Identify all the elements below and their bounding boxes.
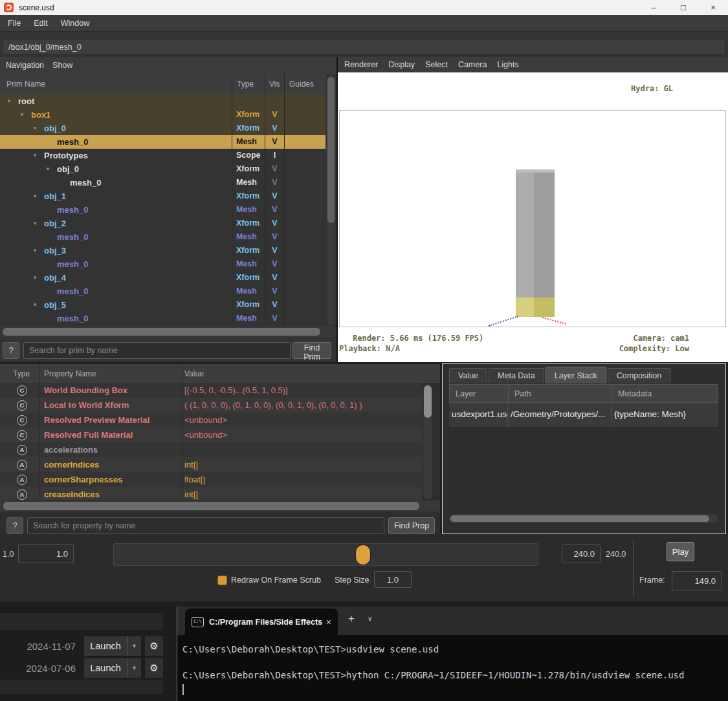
prim-vis-toggle[interactable]: V [265,314,284,323]
prim-row-mesh_0[interactable]: mesh_0MeshV [0,135,325,149]
prim-row-mesh_0[interactable]: mesh_0MeshV [0,203,325,217]
range-end-input[interactable] [562,545,601,563]
dropdown-arrow-icon[interactable]: ▼ [127,658,141,678]
property-search-help-button[interactable]: ? [6,517,23,534]
tab-layer-stack[interactable]: Layer Stack [546,367,606,383]
prim-vis-toggle[interactable]: V [265,178,284,187]
prim-search-input[interactable] [23,342,291,359]
prim-row-box1[interactable]: ▼box1XformV [0,108,325,122]
viewport-menu-display[interactable]: Display [383,60,420,69]
tree-hscroll-thumb[interactable] [3,328,320,336]
expander-icon[interactable]: ▼ [45,166,50,172]
prim-search-help-button[interactable]: ? [3,342,19,359]
inspector-horizontal-scrollbar[interactable] [449,514,718,523]
launch-button[interactable]: Launch▼ [84,658,141,678]
close-button[interactable]: × [698,0,728,15]
property-vscroll-thumb[interactable] [424,385,432,418]
play-button[interactable]: Play [667,542,694,561]
inspector-hscroll-thumb[interactable] [450,515,709,522]
prim-vis-toggle[interactable]: V [265,137,284,146]
property-vertical-scrollbar[interactable] [423,384,432,499]
frame-slider-handle[interactable] [355,545,371,565]
prim-vis-toggle[interactable]: V [265,259,284,268]
launch-button[interactable]: Launch▼ [84,636,141,656]
viewport-menu-lights[interactable]: Lights [492,60,524,69]
prim-row-root[interactable]: ▼root [0,94,325,108]
property-row-local-to-world-xform[interactable]: CLocal to World Xform( (1, 0, 0, 0), (0,… [0,398,422,413]
property-row-accelerations[interactable]: Aaccelerations [0,442,422,457]
prim-row-mesh_0[interactable]: mesh_0MeshV [0,285,325,298]
prim-row-mesh_0[interactable]: mesh_0MeshV [0,176,325,189]
prim-path-field[interactable]: /box1/obj_0/mesh_0 [3,39,725,55]
chevron-down-icon[interactable]: ∨ [368,615,372,622]
maximize-button[interactable]: □ [668,0,698,15]
terminal-tab[interactable]: C:\ C:/Program Files/Side Effects × [185,609,338,635]
prim-row-mesh_0[interactable]: mesh_0MeshV [0,312,325,325]
property-hscroll-thumb[interactable] [3,502,419,510]
expander-icon[interactable]: ▼ [32,302,38,308]
prim-row-mesh_0[interactable]: mesh_0MeshV [0,257,325,271]
expander-icon[interactable]: ▼ [32,193,38,199]
prim-vis-toggle[interactable]: V [265,205,284,214]
expander-icon[interactable]: ▼ [6,98,12,104]
menu-file[interactable]: File [1,19,27,28]
expander-icon[interactable]: ▼ [32,248,38,253]
prim-vis-toggle[interactable]: V [265,232,284,241]
new-tab-icon[interactable]: + [348,612,355,625]
terminal-tab-close-icon[interactable]: × [326,617,331,627]
prim-vis-toggle[interactable]: V [265,273,284,282]
prim-vis-toggle[interactable]: V [265,300,284,309]
prim-vis-toggle[interactable]: V [265,110,284,119]
prim-row-obj_1[interactable]: ▼obj_1XformV [0,189,325,203]
browser-menu-show[interactable]: Show [52,61,81,70]
expander-icon[interactable]: ▼ [32,275,38,281]
viewport-canvas[interactable]: Hydra: GL Render: 5.66 ms (176.59 FPS) P… [338,72,728,362]
prim-vis-toggle[interactable]: I [265,151,284,160]
step-size-input[interactable] [374,571,412,588]
property-row-world-bounding-box[interactable]: CWorld Bounding Box[(-0.5, 0, -0.5)...(0… [0,383,422,398]
frame-slider[interactable] [113,543,538,566]
property-row-resolved-preview-material[interactable]: CResolved Preview Material<unbound> [0,413,422,427]
prim-row-obj_0[interactable]: ▼obj_0XformV [0,162,325,176]
tab-meta-data[interactable]: Meta Data [489,368,544,383]
menu-window[interactable]: Window [54,19,96,28]
gear-icon[interactable]: ⚙ [145,636,163,656]
viewport-menu-camera[interactable]: Camera [453,60,492,69]
tree-vscroll-thumb[interactable] [327,77,335,223]
terminal-output[interactable]: C:\Users\Deborah\Desktop\TEST>usdview sc… [177,635,728,701]
property-row-cornersharpnesses[interactable]: AcornerSharpnessesfloat[] [0,472,422,487]
gear-icon[interactable]: ⚙ [145,658,163,678]
redraw-checkbox[interactable] [217,576,227,585]
viewport-menu-select[interactable]: Select [420,60,453,69]
browser-menu-navigation[interactable]: Navigation [6,61,52,70]
layer-stack-row[interactable]: usdexport1.usd /Geometry/Prototypes/... … [449,403,718,427]
property-row-creaseindices[interactable]: AcreaseIndicesint[] [0,487,422,500]
property-row-resolved-full-material[interactable]: CResolved Full Material<unbound> [0,427,422,442]
expander-icon[interactable]: ▼ [19,112,25,118]
expander-icon[interactable]: ▼ [32,221,38,226]
dropdown-arrow-icon[interactable]: ▼ [127,636,141,656]
prim-vis-toggle[interactable]: V [265,191,284,200]
prim-row-obj_4[interactable]: ▼obj_4XformV [0,271,325,285]
tab-value[interactable]: Value [449,368,487,383]
tab-composition[interactable]: Composition [608,368,670,383]
prim-row-obj_5[interactable]: ▼obj_5XformV [0,298,325,312]
prim-row-mesh_0[interactable]: mesh_0MeshV [0,230,325,244]
expander-icon[interactable]: ▼ [32,153,38,158]
prim-row-obj_3[interactable]: ▼obj_3XformV [0,244,325,257]
prim-row-obj_0[interactable]: ▼obj_0XformV [0,122,325,135]
tree-horizontal-scrollbar[interactable] [0,327,336,337]
prim-vis-toggle[interactable]: V [265,164,284,173]
expander-icon[interactable]: ▼ [32,125,38,131]
viewport-menu-renderer[interactable]: Renderer [339,60,383,69]
find-prim-button[interactable]: Find Prim [292,342,331,359]
menu-edit[interactable]: Edit [27,19,54,28]
prim-vis-toggle[interactable]: V [265,286,284,296]
prim-vis-toggle[interactable]: V [265,246,284,255]
prim-vis-toggle[interactable]: V [265,124,284,133]
prim-vis-toggle[interactable]: V [265,219,284,228]
tree-vertical-scrollbar[interactable] [327,75,335,325]
prim-row-Prototypes[interactable]: ▼PrototypesScopeI [0,149,325,162]
range-start-input[interactable] [18,545,74,563]
minimize-button[interactable]: – [639,0,668,15]
